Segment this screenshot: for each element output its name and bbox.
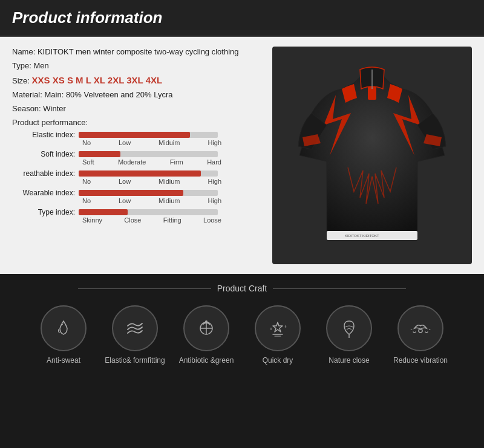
- scale-item: Midium: [159, 178, 180, 185]
- scale-item: Moderate: [118, 158, 146, 166]
- scale-item: No: [82, 139, 91, 146]
- material-row: Material: Main: 80% Velveteen and 20% Ly…: [12, 89, 266, 101]
- index-label-4: Type index:: [12, 208, 79, 216]
- jersey-illustration: KIDITOKT KIDITOKT: [293, 59, 451, 252]
- scale-row-2: NoLowMidiumHigh: [82, 178, 221, 185]
- name-value: KIDITOKT men winter composite two-way cy…: [38, 47, 239, 56]
- craft-item-elastic: Elastic& formfitting: [105, 305, 165, 366]
- bar-fill-0: [79, 132, 190, 138]
- season-label: Season:: [12, 104, 41, 113]
- scale-row-4: SkinnyCloseFittingLoose: [82, 216, 221, 224]
- index-block-1: Soft index:SoftModerateFirmHard: [12, 150, 266, 166]
- scale-item: No: [82, 178, 91, 185]
- perf-label: Product performance:: [12, 118, 266, 127]
- elastic-icon: [123, 316, 147, 340]
- index-row-3: Wearable index:: [12, 189, 266, 197]
- craft-circle-anti-sweat: [41, 305, 87, 351]
- product-name-row: Name: KIDITOKT men winter composite two-…: [12, 47, 266, 57]
- bar-container-1: [79, 151, 218, 157]
- scale-item: Firm: [170, 158, 183, 166]
- craft-item-antibiotic: Antibiotic &green: [176, 305, 237, 366]
- craft-label-elastic: Elastic& formfitting: [105, 356, 165, 366]
- bar-fill-2: [79, 170, 201, 177]
- index-block-3: Wearable index:NoLowMidiumHigh: [12, 189, 266, 204]
- bar-container-3: [79, 190, 218, 196]
- index-block-4: Type index:SkinnyCloseFittingLoose: [12, 208, 266, 224]
- info-panel: Name: KIDITOKT men winter composite two-…: [12, 47, 266, 264]
- craft-label-antibiotic: Antibiotic &green: [179, 356, 234, 366]
- index-row-2: reathable index:: [12, 169, 266, 178]
- main-content: Name: KIDITOKT men winter composite two-…: [0, 37, 484, 274]
- craft-circle-elastic: [112, 305, 158, 351]
- craft-label-quick-dry: Quick dry: [263, 356, 293, 366]
- craft-label-vibration: Reduce vibration: [393, 356, 448, 366]
- craft-circle-quick-dry: [255, 305, 301, 351]
- scale-row-1: SoftModerateFirmHard: [82, 158, 221, 166]
- size-row: Size: XXS XS S M L XL 2XL 3XL 4XL: [12, 74, 266, 88]
- index-label-0: Elastic index:: [12, 131, 79, 139]
- craft-item-quick-dry: Quick dry: [247, 305, 308, 366]
- index-row-1: Soft index:: [12, 150, 266, 158]
- bar-fill-3: [79, 190, 183, 196]
- scale-row-0: NoLowMiduimHigh: [82, 139, 221, 146]
- craft-title-row: Product Craft: [6, 284, 478, 293]
- scale-item: High: [208, 139, 221, 146]
- type-row: Type: Men: [12, 60, 266, 72]
- bar-fill-4: [79, 209, 128, 215]
- scale-item: Loose: [203, 216, 221, 224]
- bar-container-4: [79, 209, 218, 215]
- craft-circle-nature: [326, 305, 372, 351]
- index-row-4: Type index:: [12, 208, 266, 216]
- index-label-3: Wearable index:: [12, 189, 79, 197]
- scale-item: No: [82, 197, 91, 204]
- scale-item: Miduim: [159, 139, 180, 146]
- type-label: Type:: [12, 61, 31, 70]
- scale-row-3: NoLowMidiumHigh: [82, 197, 221, 204]
- indices-container: Elastic index:NoLowMiduimHighSoft index:…: [12, 131, 266, 224]
- index-block-2: reathable index:NoLowMidiumHigh: [12, 169, 266, 185]
- bar-container-2: [79, 170, 218, 177]
- bar-fill-1: [79, 151, 120, 157]
- index-row-0: Elastic index:: [12, 131, 266, 139]
- name-label: Name:: [12, 47, 35, 56]
- svg-text:KIDITOKT KIDITOKT: KIDITOKT KIDITOKT: [345, 234, 379, 238]
- index-label-1: Soft index:: [12, 150, 79, 158]
- season-value: Winter: [43, 104, 66, 113]
- vibration-icon: [408, 316, 433, 340]
- craft-line-left: [78, 288, 211, 289]
- material-label: Material:: [12, 90, 42, 99]
- craft-circle-vibration: [397, 305, 443, 351]
- sweat-icon: [51, 316, 76, 340]
- scale-item: Midium: [159, 197, 180, 204]
- scale-item: Low: [119, 197, 131, 204]
- page-header: Product information: [0, 0, 484, 37]
- product-image-panel: KIDITOKT KIDITOKT: [272, 47, 472, 264]
- scale-item: Close: [124, 216, 141, 224]
- bar-container-0: [79, 132, 218, 138]
- antibiotic-icon: [194, 316, 218, 340]
- scale-item: Low: [119, 178, 131, 185]
- craft-label-nature: Nature close: [329, 356, 369, 366]
- index-label-2: reathable index:: [12, 169, 79, 178]
- index-block-0: Elastic index:NoLowMiduimHigh: [12, 131, 266, 146]
- scale-item: Skinny: [82, 216, 102, 224]
- scale-item: Hard: [207, 158, 221, 166]
- svg-point-8: [205, 320, 208, 323]
- nature-icon: [337, 316, 361, 340]
- craft-icons-row: Anti-sweat Elastic& formfitting: [6, 305, 478, 366]
- page-title: Product information: [12, 8, 472, 27]
- scale-item: Fitting: [163, 216, 182, 224]
- craft-title: Product Craft: [217, 284, 267, 293]
- scale-item: High: [208, 178, 221, 185]
- quickdry-icon: [266, 316, 290, 340]
- craft-item-anti-sweat: Anti-sweat: [33, 305, 94, 366]
- craft-line-right: [273, 288, 406, 289]
- craft-item-nature: Nature close: [319, 305, 379, 366]
- material-value: Main: 80% Velveteen and 20% Lycra: [44, 90, 172, 99]
- craft-circle-antibiotic: [183, 305, 229, 351]
- scale-item: High: [208, 197, 221, 204]
- craft-section: Product Craft Anti-sweat: [0, 274, 484, 378]
- season-row: Season: Winter: [12, 103, 266, 115]
- scale-item: Soft: [82, 158, 94, 166]
- craft-label-anti-sweat: Anti-sweat: [47, 356, 80, 366]
